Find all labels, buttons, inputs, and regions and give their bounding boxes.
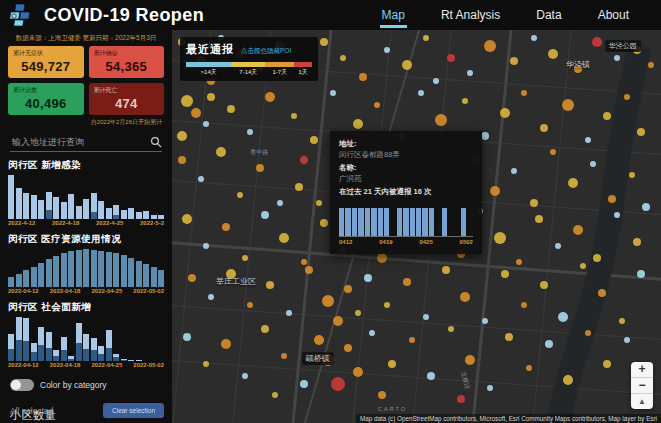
poi-dot[interactable] — [624, 94, 630, 100]
poi-dot[interactable] — [516, 259, 522, 265]
poi-dot[interactable] — [500, 108, 510, 118]
poi-dot[interactable] — [490, 186, 500, 196]
poi-dot[interactable] — [369, 330, 375, 336]
poi-dot[interactable] — [614, 212, 620, 218]
poi-dot[interactable] — [305, 266, 313, 274]
poi-dot[interactable] — [637, 128, 645, 136]
poi-dot[interactable] — [207, 93, 215, 101]
poi-dot[interactable] — [457, 395, 465, 403]
poi-dot[interactable] — [460, 292, 470, 302]
poi-dot[interactable] — [558, 312, 568, 322]
poi-dot[interactable] — [526, 365, 532, 371]
poi-dot[interactable] — [384, 47, 390, 53]
poi-dot[interactable] — [310, 136, 318, 144]
poi-dot[interactable] — [423, 35, 429, 41]
poi-dot[interactable] — [427, 372, 435, 380]
zoom-in-button[interactable]: + — [631, 362, 653, 378]
poi-dot[interactable] — [344, 285, 352, 293]
locate-button[interactable]: ▲ — [631, 394, 653, 409]
poi-dot[interactable] — [183, 333, 191, 341]
poi-dot[interactable] — [266, 281, 274, 289]
poi-dot[interactable] — [521, 302, 527, 308]
poi-dot[interactable] — [359, 73, 367, 81]
legend-hint[interactable]: 点击颜色隐藏POI — [241, 47, 291, 56]
legend-segment[interactable] — [265, 62, 294, 67]
poi-dot[interactable] — [585, 137, 591, 143]
poi-dot[interactable] — [482, 318, 488, 324]
legend-segment[interactable] — [231, 62, 265, 67]
poi-dot[interactable] — [320, 38, 328, 46]
poi-dot[interactable] — [344, 344, 352, 352]
poi-dot[interactable] — [548, 49, 558, 59]
poi-dot[interactable] — [320, 219, 328, 227]
poi-dot[interactable] — [178, 156, 186, 164]
poi-dot[interactable] — [221, 339, 231, 349]
poi-dot[interactable] — [494, 232, 506, 244]
poi-dot[interactable] — [188, 274, 196, 282]
color-by-category-toggle[interactable] — [10, 379, 34, 391]
poi-dot[interactable] — [191, 108, 201, 118]
poi-dot[interactable] — [316, 200, 322, 206]
poi-dot[interactable] — [563, 375, 573, 385]
poi-dot[interactable] — [331, 377, 345, 391]
poi-dot[interactable] — [384, 302, 390, 308]
poi-dot[interactable] — [562, 99, 574, 111]
poi-dot[interactable] — [540, 281, 548, 289]
poi-dot[interactable] — [333, 316, 343, 326]
poi-dot[interactable] — [592, 37, 602, 47]
poi-dot[interactable] — [291, 113, 297, 119]
poi-dot[interactable] — [227, 105, 235, 113]
poi-dot[interactable] — [281, 353, 287, 359]
tab-map[interactable]: Map — [380, 2, 407, 28]
poi-dot[interactable] — [555, 243, 561, 249]
poi-dot[interactable] — [465, 355, 475, 365]
poi-dot[interactable] — [374, 102, 380, 108]
poi-dot[interactable] — [442, 266, 450, 274]
poi-dot[interactable] — [198, 176, 204, 182]
search-input[interactable] — [10, 136, 150, 148]
poi-dot[interactable] — [462, 98, 468, 104]
legend-segment[interactable] — [186, 62, 231, 67]
poi-dot[interactable] — [300, 380, 308, 388]
legend-segment[interactable] — [294, 62, 312, 67]
poi-dot[interactable] — [603, 360, 611, 368]
poi-dot[interactable] — [277, 200, 283, 206]
poi-dot[interactable] — [585, 330, 591, 336]
poi-dot[interactable] — [447, 54, 455, 62]
poi-dot[interactable] — [531, 35, 537, 41]
poi-dot[interactable] — [286, 310, 292, 316]
poi-dot[interactable] — [216, 147, 226, 157]
poi-dot[interactable] — [378, 391, 386, 399]
tab-rt-analysis[interactable]: Rt Analysis — [439, 2, 502, 28]
poi-dot[interactable] — [484, 40, 496, 52]
poi-dot[interactable] — [261, 325, 269, 333]
search-icon[interactable] — [150, 136, 162, 148]
poi-dot[interactable] — [487, 385, 493, 391]
clear-selection-button[interactable]: Clear selection — [103, 403, 164, 418]
poi-dot[interactable] — [208, 294, 214, 300]
poi-dot[interactable] — [314, 335, 324, 345]
poi-dot[interactable] — [433, 78, 439, 84]
poi-dot[interactable] — [614, 55, 620, 61]
poi-dot[interactable] — [353, 119, 363, 129]
poi-dot[interactable] — [642, 203, 650, 211]
poi-dot[interactable] — [624, 337, 630, 343]
poi-dot[interactable] — [261, 211, 269, 219]
poi-dot[interactable] — [222, 223, 230, 231]
poi-dot[interactable] — [510, 57, 518, 65]
poi-dot[interactable] — [403, 278, 411, 286]
poi-dot[interactable] — [355, 310, 361, 316]
poi-dot[interactable] — [435, 114, 447, 126]
poi-dot[interactable] — [619, 318, 625, 324]
poi-dot[interactable] — [242, 255, 248, 261]
poi-dot[interactable] — [272, 392, 278, 398]
tab-about[interactable]: About — [596, 2, 631, 28]
map-canvas[interactable]: 华泾公园华泾镇莘庄工业区颛桥镇春申路北横泾 最近通报 点击颜色隐藏POI >14… — [172, 30, 661, 423]
poi-dot[interactable] — [364, 274, 372, 282]
poi-dot[interactable] — [573, 225, 583, 235]
poi-dot[interactable] — [633, 238, 641, 246]
poi-dot[interactable] — [377, 253, 387, 263]
poi-dot[interactable] — [265, 92, 275, 102]
poi-dot[interactable] — [593, 254, 601, 262]
poi-dot[interactable] — [256, 164, 264, 172]
